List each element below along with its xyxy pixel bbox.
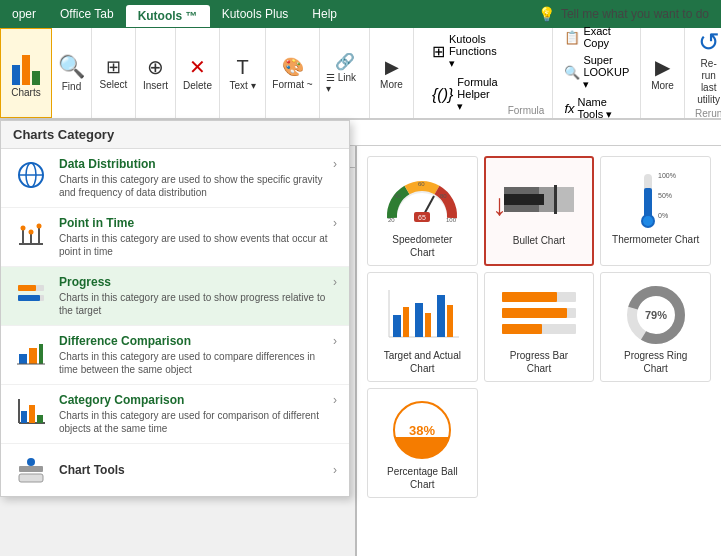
svg-point-7 bbox=[21, 226, 26, 231]
name-tools-icon: fx bbox=[564, 101, 574, 116]
link-button[interactable]: 🔗 ☰ Link ▾ bbox=[320, 28, 370, 118]
bullet-thumb bbox=[494, 164, 584, 234]
format-icon: 🎨 bbox=[282, 56, 304, 78]
target-actual-thumb bbox=[377, 279, 467, 349]
svg-rect-13 bbox=[18, 295, 40, 301]
dropdown-category-comparison[interactable]: Category Comparison Charts in this categ… bbox=[1, 385, 349, 444]
svg-point-9 bbox=[37, 224, 42, 229]
svg-rect-49 bbox=[393, 315, 401, 337]
thermometer-chart-item[interactable]: 100% 50% 0% Thermometer Chart bbox=[600, 156, 711, 266]
insert-button[interactable]: ⊕ Insert bbox=[136, 28, 176, 118]
progress-ring-label: Progress RingChart bbox=[624, 349, 687, 375]
formula-section-title: Formula bbox=[504, 103, 549, 118]
more-left-icon: ▶ bbox=[385, 56, 399, 78]
kutools-functions-icon: ⊞ bbox=[432, 42, 445, 61]
svg-rect-11 bbox=[18, 285, 36, 291]
charts-label: Charts bbox=[11, 87, 40, 98]
dropdown-header: Charts Category bbox=[1, 121, 349, 149]
super-lookup-icon: 🔍 bbox=[564, 65, 580, 80]
insert-label: Insert bbox=[143, 80, 168, 91]
formula-helper-icon: {()} bbox=[432, 86, 453, 104]
formula-helper-label: FormulaHelper ▾ bbox=[457, 76, 497, 113]
speedometer-thumb: 20 40 60 80 100 65 bbox=[377, 163, 467, 233]
more-right-label: More bbox=[651, 80, 674, 91]
svg-text:65: 65 bbox=[418, 214, 426, 221]
data-distribution-text: Data Distribution Charts in this categor… bbox=[59, 157, 333, 199]
select-button[interactable]: ⊞ Select bbox=[92, 28, 136, 118]
tab-oper[interactable]: oper bbox=[0, 3, 48, 25]
exact-copy-label: Exact Copy bbox=[583, 25, 629, 49]
tab-help[interactable]: Help bbox=[300, 3, 349, 25]
svg-rect-22 bbox=[37, 415, 43, 423]
category-comparison-arrow: › bbox=[333, 393, 337, 407]
tab-kutoolsplus[interactable]: Kutools Plus bbox=[210, 3, 301, 25]
progress-bar-label: Progress BarChart bbox=[510, 349, 568, 375]
point-in-time-text: Point in Time Charts in this category ar… bbox=[59, 216, 333, 258]
tell-me-box[interactable]: 💡 Tell me what you want to do bbox=[526, 6, 721, 22]
find-button[interactable]: 🔍 Find bbox=[52, 28, 92, 118]
rerun-button[interactable]: ↺ Re-runlast utility Rerun bbox=[685, 28, 721, 118]
delete-button[interactable]: ✕ Delete bbox=[176, 28, 220, 118]
more-right-button[interactable]: ▶ More bbox=[641, 28, 685, 118]
svg-rect-53 bbox=[437, 295, 445, 337]
progress-ring-thumb: 79% bbox=[611, 279, 701, 349]
svg-text:80: 80 bbox=[440, 193, 447, 199]
tell-me-text: Tell me what you want to do bbox=[561, 7, 709, 21]
charts-button[interactable]: Charts bbox=[0, 28, 52, 118]
dropdown-difference-comparison[interactable]: Difference Comparison Charts in this cat… bbox=[1, 326, 349, 385]
super-lookup-label: Super LOOKUP ▾ bbox=[583, 54, 629, 91]
format-button[interactable]: 🎨 Format ~ bbox=[266, 28, 320, 118]
svg-rect-44 bbox=[644, 188, 652, 218]
super-lookup-button[interactable]: 🔍 Super LOOKUP ▾ bbox=[561, 53, 632, 92]
selection-arrow: ↓ bbox=[492, 188, 507, 222]
dropdown-progress[interactable]: Progress Charts in this category are use… bbox=[1, 267, 349, 326]
svg-rect-24 bbox=[19, 466, 43, 472]
target-actual-label: Target and ActualChart bbox=[384, 349, 461, 375]
svg-text:79%: 79% bbox=[645, 309, 667, 321]
progress-text: Progress Charts in this category are use… bbox=[59, 275, 333, 317]
svg-rect-21 bbox=[29, 405, 35, 423]
svg-rect-38 bbox=[504, 194, 544, 205]
delete-icon: ✕ bbox=[189, 55, 206, 79]
difference-comparison-arrow: › bbox=[333, 334, 337, 348]
text-button[interactable]: T Text ▾ bbox=[220, 28, 266, 118]
point-in-time-icon bbox=[13, 216, 49, 252]
svg-text:40: 40 bbox=[394, 193, 401, 199]
kutools-functions-button[interactable]: ⊞ KutoolsFunctions ▾ bbox=[426, 31, 504, 72]
dropdown-data-distribution[interactable]: Data Distribution Charts in this categor… bbox=[1, 149, 349, 208]
exact-copy-icon: 📋 bbox=[564, 30, 580, 45]
tab-office[interactable]: Office Tab bbox=[48, 3, 126, 25]
svg-rect-15 bbox=[29, 348, 37, 364]
target-actual-chart-item[interactable]: Target and ActualChart bbox=[367, 272, 478, 382]
more-left-button[interactable]: ▶ More bbox=[370, 28, 414, 118]
tools-group: 📋 Exact Copy 🔍 Super LOOKUP ▾ fx Name To… bbox=[553, 28, 641, 118]
link-label: ☰ Link ▾ bbox=[326, 72, 363, 94]
exact-copy-button[interactable]: 📋 Exact Copy bbox=[561, 24, 632, 50]
find-label: Find bbox=[62, 81, 81, 92]
difference-comparison-icon bbox=[13, 334, 49, 370]
category-comparison-text: Category Comparison Charts in this categ… bbox=[59, 393, 333, 435]
svg-text:50%: 50% bbox=[658, 192, 672, 199]
chart-tools-label: Chart Tools bbox=[59, 463, 125, 477]
svg-rect-66 bbox=[394, 437, 450, 458]
select-label: Select bbox=[100, 79, 128, 90]
dropdown-chart-tools[interactable]: Chart Tools › bbox=[1, 444, 349, 496]
progress-ring-chart-item[interactable]: 79% Progress RingChart bbox=[600, 272, 711, 382]
name-tools-button[interactable]: fx Name Tools ▾ bbox=[561, 95, 632, 122]
svg-point-25 bbox=[27, 458, 35, 466]
progress-bar-chart-item[interactable]: Progress BarChart bbox=[484, 272, 595, 382]
select-icon: ⊞ bbox=[106, 56, 121, 78]
difference-comparison-text: Difference Comparison Charts in this cat… bbox=[59, 334, 333, 376]
charts-dropdown: Charts Category Data Distribution Charts… bbox=[0, 120, 350, 497]
percentage-ball-chart-item[interactable]: 38% Percentage BallChart bbox=[367, 388, 478, 498]
svg-text:0%: 0% bbox=[658, 212, 668, 219]
name-tools-label: Name Tools ▾ bbox=[578, 96, 630, 121]
svg-rect-16 bbox=[39, 344, 43, 364]
delete-label: Delete bbox=[183, 80, 212, 91]
text-label: Text ▾ bbox=[229, 80, 255, 91]
speedometer-chart-item[interactable]: 20 40 60 80 100 65 SpeedometerChart bbox=[367, 156, 478, 266]
formula-helper-button[interactable]: {()} FormulaHelper ▾ bbox=[426, 74, 504, 115]
dropdown-point-in-time[interactable]: Point in Time Charts in this category ar… bbox=[1, 208, 349, 267]
svg-point-8 bbox=[29, 230, 34, 235]
tab-kutools[interactable]: Kutools ™ bbox=[126, 5, 210, 27]
